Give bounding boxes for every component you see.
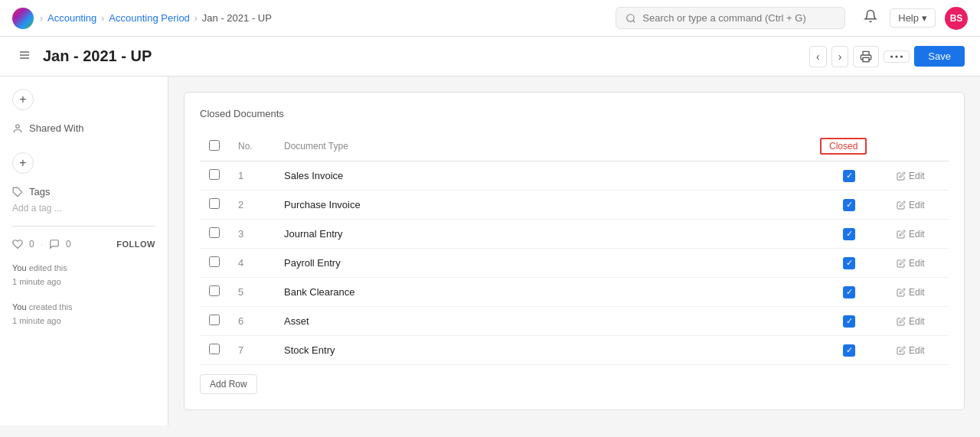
- edit-link[interactable]: Edit: [897, 171, 939, 181]
- breadcrumb-sep-1: ›: [101, 13, 104, 24]
- pencil-icon: [897, 317, 906, 326]
- row-no: 1: [229, 161, 275, 191]
- created-label: created this: [29, 302, 73, 311]
- row-checkbox[interactable]: [209, 198, 220, 209]
- prev-button[interactable]: ‹: [809, 46, 827, 67]
- row-no: 7: [229, 336, 275, 365]
- row-actions: Edit: [887, 336, 949, 365]
- svg-point-7: [896, 55, 898, 57]
- header-actions: ‹ › Save: [809, 46, 965, 67]
- row-checkbox[interactable]: [209, 285, 220, 296]
- search-bar[interactable]: [616, 7, 845, 29]
- row-closed: ✓: [811, 307, 887, 336]
- tags-title: Tags: [12, 186, 155, 197]
- row-closed: ✓: [811, 278, 887, 307]
- select-all-checkbox[interactable]: [209, 140, 220, 151]
- closed-documents-panel: Closed Documents No. Document Type Close…: [184, 92, 965, 410]
- breadcrumb-sep-2: ›: [194, 13, 198, 24]
- doc-content: Closed Documents No. Document Type Close…: [168, 77, 980, 426]
- edited-label: edited this: [29, 263, 67, 272]
- bell-icon: [864, 9, 877, 23]
- checked-icon: ✓: [843, 170, 855, 182]
- row-checkbox[interactable]: [209, 169, 220, 180]
- row-doc-type: Stock Entry: [275, 336, 811, 365]
- edit-link[interactable]: Edit: [897, 316, 939, 327]
- edit-link[interactable]: Edit: [897, 287, 939, 298]
- checked-icon: ✓: [843, 286, 855, 298]
- top-navbar: › Accounting › Accounting Period › Jan -…: [0, 0, 980, 37]
- edited-time: 1 minute ago: [12, 277, 61, 286]
- row-actions: Edit: [887, 307, 949, 336]
- shared-with-add-button[interactable]: +: [12, 152, 34, 174]
- save-button[interactable]: Save: [914, 46, 965, 67]
- checked-icon: ✓: [843, 199, 855, 211]
- shared-with-label: Shared With: [29, 122, 84, 134]
- sidebar-divider: [12, 226, 155, 227]
- table-row: 7 Stock Entry ✓ Edit: [200, 336, 949, 365]
- edit-link[interactable]: Edit: [897, 200, 939, 210]
- row-actions: Edit: [887, 220, 949, 249]
- breadcrumb-accounting[interactable]: Accounting: [47, 12, 96, 24]
- comment-icon: [49, 239, 60, 249]
- svg-point-6: [890, 55, 893, 57]
- sidebar: + Shared With + Tags Add a tag ...: [0, 77, 168, 426]
- th-no: No.: [229, 132, 275, 161]
- created-you-label: You: [12, 302, 27, 311]
- table-row: 5 Bank Clearance ✓ Edit: [200, 278, 949, 307]
- row-closed: ✓: [811, 191, 887, 220]
- checked-icon: ✓: [843, 315, 855, 328]
- app-logo: [12, 8, 34, 29]
- add-row-button[interactable]: Add Row: [200, 374, 257, 394]
- row-checkbox[interactable]: [209, 344, 220, 354]
- breadcrumb-accounting-period[interactable]: Accounting Period: [109, 12, 190, 24]
- next-button[interactable]: ›: [831, 46, 849, 67]
- pencil-icon: [897, 230, 906, 239]
- row-no: 5: [229, 278, 275, 307]
- sidebar-add-top: +: [12, 89, 155, 110]
- search-icon: [626, 13, 636, 24]
- row-doc-type: Asset: [275, 307, 811, 336]
- notification-button[interactable]: [861, 6, 880, 30]
- row-doc-type: Sales Invoice: [275, 161, 811, 191]
- row-doc-type: Purchase Invoice: [275, 191, 811, 220]
- print-button[interactable]: [853, 46, 879, 67]
- row-checkbox[interactable]: [209, 315, 220, 325]
- row-actions: Edit: [887, 161, 949, 191]
- row-closed: ✓: [811, 220, 887, 249]
- checked-icon: ✓: [843, 344, 855, 357]
- pencil-icon: [897, 201, 906, 210]
- table-body: 1 Sales Invoice ✓ Edit 2: [200, 161, 949, 365]
- row-doc-type: Payroll Entry: [275, 249, 811, 278]
- edit-link[interactable]: Edit: [897, 258, 939, 269]
- follow-button[interactable]: FOLLOW: [116, 240, 155, 249]
- svg-point-8: [900, 55, 903, 57]
- closed-documents-label: Closed Documents: [200, 108, 949, 119]
- row-checkbox[interactable]: [209, 227, 220, 238]
- edit-info: You edited this 1 minute ago: [12, 262, 155, 289]
- svg-rect-5: [863, 57, 869, 61]
- add-top-button[interactable]: +: [12, 89, 34, 110]
- breadcrumb-current: Jan - 2021 - UP: [202, 12, 272, 24]
- help-button[interactable]: Help ▾: [890, 8, 936, 28]
- create-info: You created this 1 minute ago: [12, 301, 155, 328]
- add-tag-text[interactable]: Add a tag ...: [12, 203, 62, 214]
- menu-toggle-button[interactable]: [15, 46, 34, 67]
- help-label: Help: [898, 12, 919, 24]
- more-options-button[interactable]: [884, 51, 910, 63]
- th-actions: [887, 132, 949, 161]
- table-row: 1 Sales Invoice ✓ Edit: [200, 161, 949, 191]
- table-row: 4 Payroll Entry ✓ Edit: [200, 249, 949, 278]
- th-select-all: [200, 132, 229, 161]
- closed-header-badge: Closed: [820, 138, 867, 155]
- user-avatar-button[interactable]: BS: [945, 7, 968, 30]
- row-no: 3: [229, 220, 275, 249]
- th-closed: Closed: [811, 132, 887, 161]
- closed-documents-table: No. Document Type Closed 1 Sales Invoice: [200, 132, 949, 365]
- edit-link[interactable]: Edit: [897, 229, 939, 240]
- edit-link[interactable]: Edit: [897, 345, 939, 356]
- help-chevron-icon: ▾: [922, 12, 927, 24]
- row-checkbox[interactable]: [209, 256, 220, 267]
- tag-icon: [12, 187, 23, 197]
- search-input[interactable]: [642, 12, 835, 24]
- row-closed: ✓: [811, 161, 887, 191]
